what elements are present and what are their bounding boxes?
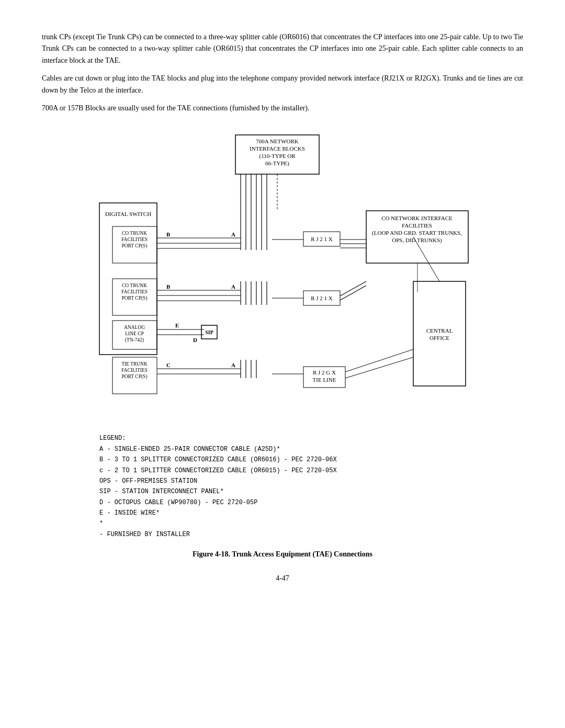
svg-line-78 (340, 286, 366, 300)
svg-text:R J 2 G X: R J 2 G X (313, 369, 336, 376)
legend: LEGEND: A - SINGLE-ENDED 25-PAIR CONNECT… (99, 433, 466, 540)
svg-text:(TN-742): (TN-742) (125, 337, 144, 343)
paragraph-1: trunk CPs (except Tie Trunk CPs) can be … (42, 31, 523, 66)
svg-text:B: B (166, 283, 171, 290)
legend-item-a: A - SINGLE-ENDED 25-PAIR CONNECTOR CABLE… (99, 444, 466, 454)
legend-item-e: E - INSIDE WIRE* (99, 508, 466, 518)
svg-text:OFFICE: OFFICE (430, 335, 449, 341)
svg-text:(110-TYPE OR: (110-TYPE OR (259, 153, 296, 160)
svg-text:TIE LINE: TIE LINE (313, 377, 336, 383)
page-number: 4-47 (42, 574, 523, 583)
legend-item-sip: SIP - STATION INTERCONNECT PANEL* (99, 486, 466, 497)
svg-text:FACILITIES: FACILITIES (121, 237, 148, 242)
svg-text:(LOOP AND GRD. START TRUNKS,: (LOOP AND GRD. START TRUNKS, (372, 230, 462, 236)
svg-text:B: B (166, 231, 171, 237)
paragraph-2: Cables are cut down or plug into the TAE… (42, 73, 523, 96)
svg-text:FACILITIES: FACILITIES (121, 368, 148, 373)
svg-text:PORT CP(S): PORT CP(S) (121, 374, 147, 380)
svg-text:PORT CP(S): PORT CP(S) (121, 295, 147, 301)
svg-text:SIP: SIP (205, 329, 213, 335)
svg-text:LINE CP: LINE CP (125, 331, 144, 336)
legend-item-furnished: - FURNISHED BY INSTALLER (99, 529, 466, 540)
svg-text:INTERFACE BLOCKS: INTERFACE BLOCKS (250, 145, 305, 152)
svg-text:E: E (175, 322, 179, 328)
svg-text:OPS, DID TRUNKS): OPS, DID TRUNKS) (392, 237, 442, 244)
legend-item-d: D - OCTOPUS CABLE (WP90780) - PEC 2720-0… (99, 497, 466, 508)
svg-text:A: A (231, 231, 235, 237)
legend-item-c: c - 2 TO 1 SPLITTER CONNECTORIZED CABLE … (99, 465, 466, 476)
svg-text:CO TRUNK: CO TRUNK (122, 231, 147, 236)
svg-text:A: A (231, 362, 235, 368)
svg-text:A: A (231, 283, 235, 290)
svg-text:FACILITIES: FACILITIES (121, 289, 148, 294)
svg-text:FACILITIES: FACILITIES (402, 222, 432, 229)
svg-text:CO TRUNK: CO TRUNK (122, 283, 147, 288)
svg-text:PORT CP(S): PORT CP(S) (121, 243, 147, 249)
legend-item-b: B - 3 TO 1 SPLITTER CONNECTORIZED CABLE … (99, 454, 466, 465)
svg-line-82 (413, 237, 439, 281)
legend-title: LEGEND: (99, 433, 466, 443)
svg-text:R J 2 1 X: R J 2 1 X (311, 295, 333, 301)
svg-text:66-TYPE): 66-TYPE) (265, 160, 289, 167)
svg-text:TIE TRUNK: TIE TRUNK (121, 361, 148, 367)
legend-item-ops: OPS - OFF-PREMISES STATION (99, 476, 466, 486)
paragraph-3: 700A or 157B Blocks are usually used for… (42, 103, 523, 114)
figure-caption: Figure 4-18. Trunk Access Equipment (TAE… (42, 550, 523, 559)
svg-text:CENTRAL: CENTRAL (426, 327, 453, 334)
svg-rect-79 (413, 281, 466, 386)
legend-item-star: * (99, 518, 466, 529)
svg-text:ANALOG: ANALOG (124, 325, 145, 330)
svg-text:R J 2 1 X: R J 2 1 X (311, 236, 333, 242)
svg-text:700A NETWORK: 700A NETWORK (256, 138, 299, 144)
svg-line-77 (340, 281, 366, 296)
svg-text:D: D (193, 337, 197, 343)
svg-text:C: C (166, 362, 171, 368)
svg-text:DIGITAL  SWITCH: DIGITAL SWITCH (105, 211, 151, 217)
diagram-svg: 700A NETWORK INTERFACE BLOCKS (110-TYPE … (84, 130, 481, 423)
diagram: 700A NETWORK INTERFACE BLOCKS (110-TYPE … (84, 130, 481, 423)
svg-text:CO NETWORK  INTERFACE: CO NETWORK INTERFACE (381, 215, 453, 221)
